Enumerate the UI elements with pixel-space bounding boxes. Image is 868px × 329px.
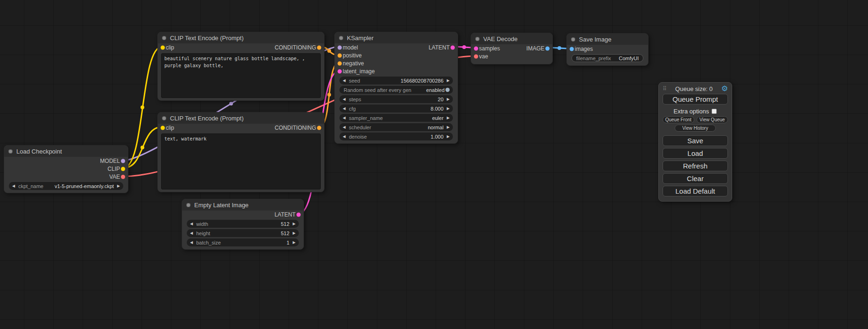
- extra-options-checkbox[interactable]: [712, 109, 717, 114]
- increment-arrow-icon[interactable]: ▶: [293, 241, 296, 245]
- output-slot-model: MODEL: [4, 157, 128, 165]
- widget-label: denoise: [349, 134, 367, 140]
- ckpt-name-widget[interactable]: ◀ ckpt_name v1-5-pruned-emaonly.ckpt ▶: [9, 182, 123, 190]
- latent-output-dot[interactable]: [296, 212, 301, 217]
- extra-options-row: Extra options: [663, 108, 728, 115]
- collapse-toggle-icon[interactable]: [339, 36, 343, 40]
- increment-arrow-icon[interactable]: ▶: [117, 184, 120, 188]
- increment-arrow-icon[interactable]: ▶: [447, 107, 450, 111]
- images-input-dot[interactable]: [570, 47, 574, 51]
- node-save-image[interactable]: Save Image images filename_prefix ComfyU…: [566, 33, 649, 66]
- node-header[interactable]: KSampler: [335, 32, 458, 43]
- sampler-name-widget[interactable]: ◀ sampler_name euler ▶: [339, 114, 453, 122]
- decrement-arrow-icon[interactable]: ◀: [343, 116, 346, 120]
- image-output-dot[interactable]: [545, 46, 550, 50]
- node-load-checkpoint[interactable]: Load Checkpoint MODEL CLIP VAE ◀ ckpt_na…: [4, 145, 128, 193]
- increment-arrow-icon[interactable]: ▶: [293, 231, 296, 235]
- vae-output-dot[interactable]: [121, 175, 125, 179]
- node-title: KSampler: [347, 35, 374, 42]
- denoise-widget[interactable]: ◀ denoise 1.000 ▶: [339, 133, 453, 140]
- view-queue-button[interactable]: View Queue: [697, 116, 728, 123]
- clip-input-dot[interactable]: [161, 126, 165, 130]
- node-header[interactable]: Empty Latent Image: [182, 199, 303, 210]
- clip-output-dot[interactable]: [121, 167, 125, 171]
- node-header[interactable]: CLIP Text Encode (Prompt): [158, 32, 324, 43]
- decrement-arrow-icon[interactable]: ◀: [343, 98, 346, 101]
- widget-value: 1.000: [430, 134, 444, 140]
- node-clip-text-encode-negative[interactable]: CLIP Text Encode (Prompt) clip CONDITION…: [157, 112, 325, 192]
- drag-handle-icon[interactable]: ⠿: [663, 85, 667, 92]
- view-history-button[interactable]: View History: [675, 125, 716, 132]
- decrement-arrow-icon[interactable]: ◀: [12, 184, 15, 188]
- load-default-button[interactable]: Load Default: [663, 186, 728, 196]
- refresh-button[interactable]: Refresh: [663, 161, 728, 171]
- widget-label: scheduler: [349, 125, 371, 130]
- node-empty-latent-image[interactable]: Empty Latent Image LATENT ◀ width 512 ▶ …: [182, 199, 304, 250]
- increment-arrow-icon[interactable]: ▶: [447, 126, 450, 129]
- model-input-dot[interactable]: [338, 45, 342, 49]
- decrement-arrow-icon[interactable]: ◀: [343, 126, 346, 129]
- samples-input-dot[interactable]: [474, 46, 478, 50]
- random-seed-toggle-widget[interactable]: Random seed after every gen enabled: [339, 86, 453, 94]
- save-button[interactable]: Save: [663, 135, 728, 146]
- decrement-arrow-icon[interactable]: ◀: [343, 79, 346, 83]
- model-output-dot[interactable]: [121, 159, 125, 163]
- filename-prefix-widget[interactable]: filename_prefix ComfyUI: [572, 54, 643, 62]
- positive-input-dot[interactable]: [338, 53, 342, 57]
- collapse-toggle-icon[interactable]: [8, 149, 13, 154]
- vae-input-dot[interactable]: [474, 54, 478, 58]
- slot-label: LATENT: [275, 211, 296, 218]
- negative-prompt-textarea[interactable]: text, watermark: [161, 133, 321, 189]
- steps-widget[interactable]: ◀ steps 20 ▶: [339, 95, 453, 103]
- node-header[interactable]: Load Checkpoint: [4, 146, 128, 157]
- node-vae-decode[interactable]: VAE Decode samples IMAGE vae: [471, 33, 553, 64]
- seed-widget[interactable]: ◀ seed 156680208700286 ▶: [339, 77, 453, 84]
- queue-front-button[interactable]: Queue Front: [663, 116, 694, 123]
- node-ksampler[interactable]: KSampler model LATENT positive negative …: [334, 32, 458, 144]
- widget-label: Random seed after every gen: [344, 87, 411, 93]
- collapse-toggle-icon[interactable]: [186, 203, 191, 207]
- negative-input-dot[interactable]: [338, 61, 342, 65]
- clip-input-dot[interactable]: [161, 45, 165, 49]
- decrement-arrow-icon[interactable]: ◀: [190, 241, 193, 245]
- queue-prompt-button[interactable]: Queue Prompt: [663, 94, 728, 105]
- node-header[interactable]: Save Image: [567, 34, 648, 45]
- queue-size-label: Queue size: 0: [667, 85, 721, 92]
- widget-value: 1: [287, 240, 289, 245]
- collapse-toggle-icon[interactable]: [571, 37, 575, 42]
- increment-arrow-icon[interactable]: ▶: [447, 79, 450, 83]
- decrement-arrow-icon[interactable]: ◀: [190, 222, 193, 226]
- toggle-dot[interactable]: [445, 88, 450, 92]
- increment-arrow-icon[interactable]: ▶: [447, 98, 450, 101]
- width-widget[interactable]: ◀ width 512 ▶: [187, 220, 299, 228]
- collapse-toggle-icon[interactable]: [475, 37, 480, 41]
- node-header[interactable]: CLIP Text Encode (Prompt): [158, 112, 324, 124]
- decrement-arrow-icon[interactable]: ◀: [343, 135, 346, 139]
- latent-output-dot[interactable]: [451, 45, 455, 49]
- batch-size-widget[interactable]: ◀ batch_size 1 ▶: [187, 238, 299, 246]
- node-header[interactable]: VAE Decode: [471, 33, 552, 44]
- scheduler-widget[interactable]: ◀ scheduler normal ▶: [339, 123, 453, 131]
- increment-arrow-icon[interactable]: ▶: [447, 135, 450, 139]
- conditioning-output-dot[interactable]: [317, 45, 321, 49]
- positive-prompt-textarea[interactable]: beautiful scenery nature glass bottle la…: [161, 53, 321, 98]
- latent-image-input-dot[interactable]: [338, 69, 342, 73]
- collapse-toggle-icon[interactable]: [162, 36, 166, 40]
- cfg-widget[interactable]: ◀ cfg 8.000 ▶: [339, 105, 453, 112]
- load-button[interactable]: Load: [663, 148, 728, 159]
- widget-label: seed: [349, 78, 360, 84]
- conditioning-output-dot[interactable]: [317, 126, 321, 130]
- collapse-toggle-icon[interactable]: [162, 116, 166, 120]
- increment-arrow-icon[interactable]: ▶: [447, 116, 450, 120]
- widget-value: ComfyUI: [619, 56, 639, 61]
- clear-button[interactable]: Clear: [663, 173, 728, 184]
- settings-gear-icon[interactable]: ⚙: [721, 85, 728, 92]
- widget-value: 512: [281, 231, 289, 236]
- node-clip-text-encode-positive[interactable]: CLIP Text Encode (Prompt) clip CONDITION…: [157, 32, 325, 101]
- height-widget[interactable]: ◀ height 512 ▶: [187, 229, 299, 237]
- decrement-arrow-icon[interactable]: ◀: [343, 107, 346, 111]
- decrement-arrow-icon[interactable]: ◀: [190, 231, 193, 235]
- increment-arrow-icon[interactable]: ▶: [293, 222, 296, 226]
- slot-label: images: [575, 46, 593, 52]
- widget-label: height: [196, 231, 210, 236]
